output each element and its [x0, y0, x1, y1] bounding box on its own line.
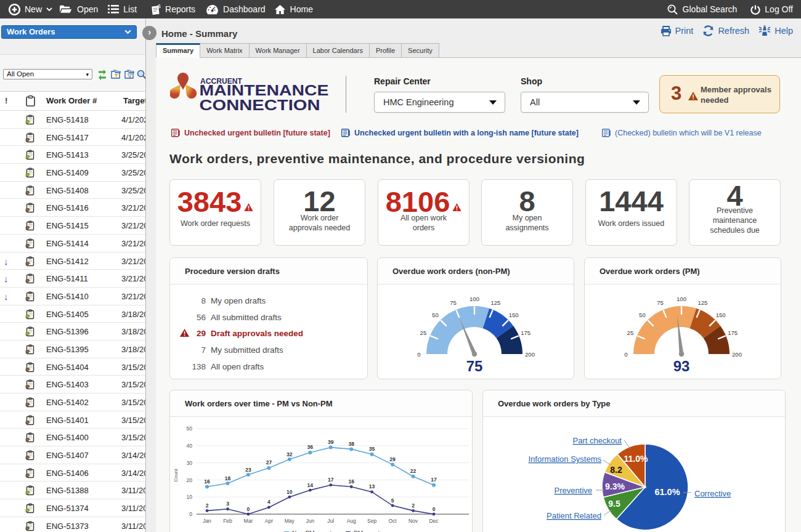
svg-text:May: May	[285, 518, 295, 524]
svg-text:Apr: Apr	[265, 518, 273, 524]
svg-text:175: 175	[728, 329, 738, 336]
svg-text:0: 0	[433, 506, 436, 512]
svg-text:2: 2	[412, 502, 415, 509]
svg-text:0: 0	[189, 511, 192, 517]
svg-text:10: 10	[187, 494, 193, 500]
svg-text:17: 17	[328, 477, 334, 483]
svg-text:50: 50	[432, 312, 439, 318]
svg-text:Feb: Feb	[223, 518, 232, 524]
svg-text:75: 75	[657, 299, 664, 306]
svg-text:38: 38	[348, 441, 354, 447]
svg-text:50: 50	[639, 312, 646, 318]
svg-text:29: 29	[389, 456, 396, 462]
svg-text:125: 125	[697, 299, 707, 306]
svg-text:Mar: Mar	[244, 518, 253, 524]
svg-text:CONNECTION: CONNECTION	[200, 97, 320, 113]
svg-text:17: 17	[431, 477, 437, 483]
svg-text:9.5: 9.5	[608, 499, 620, 509]
svg-text:9.3%: 9.3%	[605, 482, 625, 491]
svg-text:MAINTENANCE: MAINTENANCE	[200, 83, 329, 99]
svg-text:4: 4	[267, 499, 270, 505]
svg-text:10: 10	[287, 489, 293, 495]
svg-text:100: 100	[470, 296, 479, 302]
svg-text:Aug: Aug	[347, 518, 356, 524]
svg-text:35: 35	[369, 446, 375, 452]
svg-text:22: 22	[410, 468, 417, 474]
svg-text:200: 200	[525, 351, 535, 358]
svg-text:100: 100	[677, 296, 686, 302]
svg-text:20: 20	[187, 477, 193, 483]
svg-text:150: 150	[716, 312, 726, 318]
svg-text:3: 3	[226, 501, 229, 507]
svg-text:175: 175	[521, 329, 531, 336]
svg-text:23: 23	[245, 467, 251, 473]
svg-text:40: 40	[187, 443, 193, 449]
svg-text:Jan: Jan	[203, 518, 211, 524]
svg-text:2: 2	[206, 502, 209, 509]
svg-text:200: 200	[732, 351, 742, 358]
svg-text:14: 14	[307, 482, 314, 488]
svg-text:16: 16	[348, 478, 354, 485]
svg-text:32: 32	[287, 451, 293, 457]
svg-text:Dec: Dec	[429, 518, 439, 524]
svg-text:Information Systems: Information Systems	[529, 454, 602, 464]
svg-text:36: 36	[307, 444, 314, 450]
svg-text:75: 75	[450, 299, 457, 306]
svg-text:5: 5	[391, 498, 394, 504]
svg-text:39: 39	[328, 439, 334, 445]
svg-text:Sep: Sep	[367, 518, 376, 524]
svg-text:Nov: Nov	[409, 518, 418, 524]
svg-text:25: 25	[627, 329, 634, 336]
svg-text:27: 27	[266, 459, 272, 465]
svg-text:Part checkout: Part checkout	[573, 436, 622, 445]
svg-text:8.2: 8.2	[610, 465, 622, 475]
svg-text:150: 150	[509, 312, 519, 318]
svg-text:30: 30	[187, 460, 193, 466]
svg-text:Patient Related: Patient Related	[547, 511, 601, 520]
svg-text:Corrective: Corrective	[694, 489, 731, 498]
svg-text:Jun: Jun	[306, 518, 314, 524]
svg-text:25: 25	[420, 329, 427, 336]
svg-text:18: 18	[225, 475, 231, 482]
svg-text:11.0%: 11.0%	[624, 454, 648, 464]
svg-text:50: 50	[187, 425, 193, 432]
svg-text:Jul: Jul	[327, 518, 334, 524]
svg-text:0: 0	[417, 351, 420, 358]
svg-text:16: 16	[204, 478, 210, 485]
svg-text:Oct: Oct	[388, 518, 397, 524]
svg-text:61.0%: 61.0%	[654, 487, 680, 497]
svg-text:13: 13	[369, 483, 375, 490]
svg-text:125: 125	[490, 299, 500, 306]
svg-text:0: 0	[247, 506, 250, 512]
svg-text:93: 93	[673, 358, 690, 374]
svg-text:Count: Count	[173, 469, 179, 482]
svg-text:0: 0	[624, 351, 627, 358]
svg-text:75: 75	[466, 358, 483, 374]
svg-text:Preventive: Preventive	[555, 486, 592, 495]
